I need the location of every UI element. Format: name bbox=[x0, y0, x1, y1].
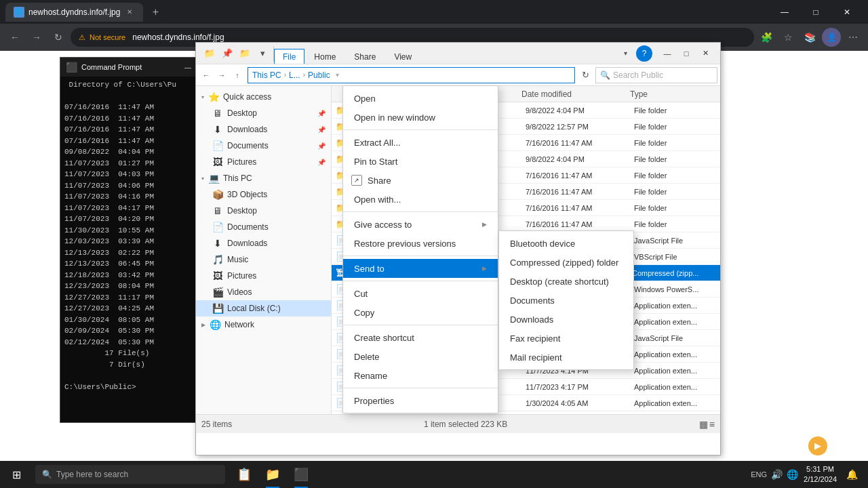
quick-folder-button[interactable]: 📁 bbox=[237, 46, 253, 61]
profile-button[interactable]: 👤 bbox=[822, 28, 841, 47]
taskbar-app-task-view[interactable]: 📋 bbox=[231, 461, 258, 488]
favorites-button[interactable]: ☆ bbox=[778, 28, 797, 47]
breadcrumb-dropdown[interactable]: ▾ bbox=[336, 71, 339, 79]
sidebar-item-documents-2[interactable]: 📄 Documents bbox=[196, 219, 331, 235]
sidebar-item-downloads-2[interactable]: ⬇ Downloads bbox=[196, 235, 331, 251]
ctx-extract-all[interactable]: Extract All... bbox=[343, 133, 498, 152]
ctx-open-new-window[interactable]: Open in new window bbox=[343, 108, 498, 127]
taskbar-search[interactable]: 🔍 Type here to search bbox=[35, 465, 225, 484]
sub-bluetooth[interactable]: Bluetooth device bbox=[499, 234, 633, 253]
keyboard-icon[interactable]: ENG bbox=[751, 470, 767, 479]
nav-forward[interactable]: → bbox=[214, 68, 229, 83]
breadcrumb[interactable]: This PC › L... › Public ▾ bbox=[248, 67, 575, 83]
col-header-type[interactable]: Type bbox=[630, 89, 720, 99]
search-box[interactable]: 🔍 Search Public bbox=[595, 67, 717, 83]
refresh-button[interactable]: ↻ bbox=[578, 68, 593, 83]
ctx-send-to[interactable]: Send to bbox=[343, 259, 498, 278]
tab-close-button[interactable]: ✕ bbox=[124, 7, 135, 18]
close-button[interactable]: ✕ bbox=[831, 0, 863, 24]
notification-button[interactable]: 🔔 bbox=[842, 465, 861, 484]
send-to-submenu: Bluetooth device Compressed (zipped) fol… bbox=[498, 230, 634, 370]
back-button[interactable]: ← bbox=[5, 28, 24, 47]
security-text: Not secure bbox=[90, 33, 125, 41]
tab-share[interactable]: Share bbox=[345, 49, 384, 64]
sub-downloads[interactable]: Downloads bbox=[499, 310, 633, 329]
ctx-give-access[interactable]: Give access to bbox=[343, 215, 498, 234]
quick-pin-button[interactable]: 📌 bbox=[219, 46, 235, 61]
network-icon: 🌐 bbox=[210, 319, 220, 330]
sidebar-item-desktop-1[interactable]: 🖥 Desktop 📌 bbox=[196, 105, 331, 121]
sidebar-label-network: Network bbox=[224, 320, 254, 329]
settings-button[interactable]: ⋯ bbox=[844, 28, 863, 47]
help-button[interactable]: ? bbox=[636, 45, 652, 62]
explorer-close[interactable]: ✕ bbox=[696, 45, 715, 62]
sidebar-item-documents-1[interactable]: 📄 Documents 📌 bbox=[196, 138, 331, 154]
ctx-properties[interactable]: Properties bbox=[343, 391, 498, 410]
sub-mail[interactable]: Mail recipient bbox=[499, 348, 633, 367]
reload-button[interactable]: ↻ bbox=[49, 28, 68, 47]
nav-up[interactable]: ↑ bbox=[230, 68, 245, 83]
ctx-open-with[interactable]: Open with... bbox=[343, 190, 498, 209]
taskbar-app-cmd[interactable]: ⬛ bbox=[288, 461, 315, 488]
quick-dropdown[interactable]: ▾ bbox=[254, 46, 271, 61]
maximize-button[interactable]: □ bbox=[800, 0, 831, 24]
file-date-6: 7/16/2016 11:47 AM bbox=[526, 204, 634, 212]
tab-file[interactable]: File bbox=[274, 49, 304, 64]
breadcrumb-this-pc[interactable]: This PC bbox=[252, 70, 281, 80]
file-date-18: 1/30/2024 4:05 AM bbox=[526, 399, 634, 407]
ctx-share[interactable]: ↗ Share bbox=[343, 171, 498, 190]
sidebar-item-music[interactable]: 🎵 Music bbox=[196, 251, 331, 268]
sub-compressed[interactable]: Compressed (zipped) folder bbox=[499, 253, 633, 272]
taskbar-app-file-explorer[interactable]: 📁 bbox=[259, 461, 286, 488]
minimize-button[interactable]: — bbox=[769, 0, 800, 24]
ctx-create-shortcut[interactable]: Create shortcut bbox=[343, 328, 498, 347]
ctx-open[interactable]: Open bbox=[343, 89, 498, 108]
explorer-minimize[interactable]: — bbox=[658, 45, 677, 62]
sidebar-item-pictures-1[interactable]: 🖼 Pictures 📌 bbox=[196, 154, 331, 170]
sidebar-item-desktop-2[interactable]: 🖥 Desktop bbox=[196, 203, 331, 219]
breadcrumb-public[interactable]: Public bbox=[308, 70, 330, 80]
taskbar-clock[interactable]: 5:31 PM 2/12/2024 bbox=[804, 464, 837, 485]
tab-home[interactable]: Home bbox=[305, 49, 344, 64]
sidebar-item-network[interactable]: ▶ 🌐 Network bbox=[196, 317, 331, 333]
explorer-maximize[interactable]: □ bbox=[677, 45, 696, 62]
ctx-rename[interactable]: Rename bbox=[343, 366, 498, 385]
sidebar-item-downloads-1[interactable]: ⬇ Downloads 📌 bbox=[196, 121, 331, 138]
ribbon-expand-button[interactable]: ▾ bbox=[617, 46, 633, 61]
sub-desktop[interactable]: Desktop (create shortcut) bbox=[499, 272, 633, 291]
sub-fax[interactable]: Fax recipient bbox=[499, 329, 633, 348]
cmd-minimize[interactable]: — bbox=[178, 60, 197, 75]
ctx-delete[interactable]: Delete bbox=[343, 347, 498, 366]
sub-desktop-label: Desktop (create shortcut) bbox=[510, 277, 609, 287]
forward-button[interactable]: → bbox=[27, 28, 46, 47]
nav-back[interactable]: ← bbox=[199, 68, 214, 83]
sub-documents[interactable]: Documents bbox=[499, 291, 633, 310]
ctx-sep-5 bbox=[343, 325, 498, 325]
sidebar-item-videos[interactable]: 🎬 Videos bbox=[196, 284, 331, 300]
browser-tab[interactable]: 🌐 newhost.dyndns.info/f.jpg ✕ bbox=[5, 3, 143, 22]
details-view-icon[interactable]: ▦ bbox=[699, 419, 708, 430]
sidebar-item-this-pc[interactable]: ▾ 💻 This PC bbox=[196, 170, 331, 186]
collections-button[interactable]: 📚 bbox=[800, 28, 819, 47]
ctx-copy[interactable]: Copy bbox=[343, 303, 498, 322]
extensions-button[interactable]: 🧩 bbox=[757, 28, 776, 47]
new-tab-button[interactable]: + bbox=[146, 3, 165, 22]
ctx-restore-versions[interactable]: Restore previous versions bbox=[343, 234, 498, 253]
desktop-icon-2: 🖥 bbox=[212, 205, 223, 216]
sidebar-item-pictures-2[interactable]: 🖼 Pictures bbox=[196, 268, 331, 284]
breadcrumb-l[interactable]: L... bbox=[289, 70, 300, 80]
tab-view[interactable]: View bbox=[385, 49, 420, 64]
col-header-date[interactable]: Date modified bbox=[521, 89, 630, 99]
sidebar-label-pictures-1: Pictures bbox=[227, 157, 256, 167]
network-tray-icon[interactable]: 🌐 bbox=[787, 469, 798, 480]
quick-access-icon: ⭐ bbox=[208, 92, 219, 102]
sidebar-item-local-disk[interactable]: 💾 Local Disk (C:) bbox=[196, 300, 331, 317]
ctx-pin-to-start[interactable]: Pin to Start bbox=[343, 152, 498, 171]
list-view-icon[interactable]: ≡ bbox=[709, 419, 715, 430]
speaker-icon[interactable]: 🔊 bbox=[771, 469, 783, 480]
sub-mail-label: Mail recipient bbox=[510, 352, 562, 363]
ctx-cut[interactable]: Cut bbox=[343, 284, 498, 303]
start-button[interactable]: ⊞ bbox=[0, 461, 33, 488]
sidebar-item-3d-objects[interactable]: 📦 3D Objects bbox=[196, 186, 331, 203]
sidebar-item-quick-access[interactable]: ▾ ⭐ Quick access bbox=[196, 89, 331, 105]
